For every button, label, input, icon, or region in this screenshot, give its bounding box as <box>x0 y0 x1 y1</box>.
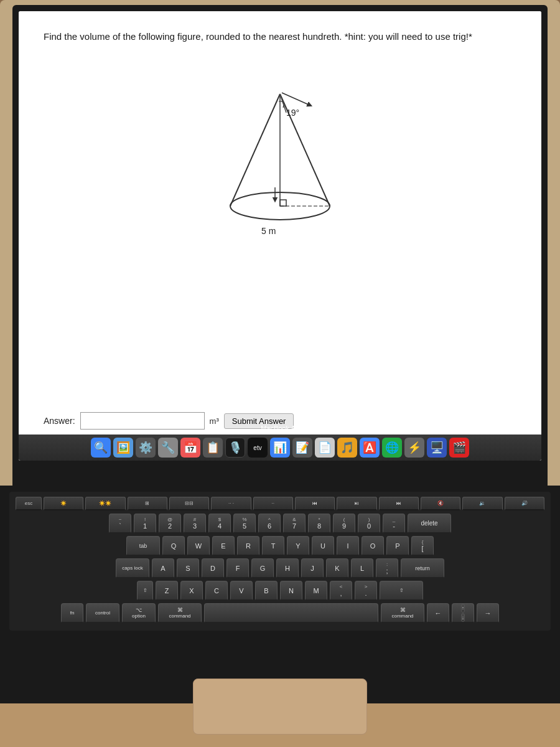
key-n[interactable]: N <box>280 581 302 601</box>
key-e[interactable]: E <box>212 536 235 556</box>
key-0[interactable]: )0 <box>358 514 380 533</box>
key-b[interactable]: B <box>255 581 278 601</box>
asdf-row: caps lock A S D F G H J K L :; return <box>16 558 544 578</box>
key-y[interactable]: Y <box>287 536 309 556</box>
key-bracket-l[interactable]: {[ <box>411 536 434 556</box>
dock-icon16[interactable]: 🖥️ <box>427 438 447 458</box>
number-row: ~` !1 @2 #3 $4 %5 ^6 &7 *8 (9 )0 _- dele… <box>16 514 544 533</box>
dock-icon14[interactable]: 🌐 <box>382 438 402 458</box>
dock-icon12[interactable]: 🎵 <box>337 438 357 458</box>
key-shift-left[interactable]: ⇧ <box>137 581 153 601</box>
key-f6[interactable]: ·· <box>253 497 293 510</box>
dock-tv[interactable]: etv <box>248 438 268 458</box>
key-f[interactable]: F <box>226 558 249 578</box>
key-u[interactable]: U <box>312 536 334 556</box>
key-h[interactable]: H <box>276 558 299 578</box>
key-4[interactable]: $4 <box>208 514 231 533</box>
key-v[interactable]: V <box>230 581 253 601</box>
key-tilde[interactable]: ~` <box>109 514 131 533</box>
key-period[interactable]: >. <box>355 581 377 601</box>
key-l[interactable]: L <box>351 558 373 578</box>
key-f12[interactable]: 🔊 <box>505 497 544 510</box>
key-6[interactable]: ^6 <box>258 514 281 533</box>
key-i[interactable]: I <box>337 536 359 556</box>
key-f10[interactable]: 🔇 <box>421 497 460 510</box>
key-j[interactable]: J <box>301 558 324 578</box>
key-z[interactable]: Z <box>156 581 178 601</box>
dock-icon13[interactable]: 🅰️ <box>360 438 380 458</box>
figure-area: 19° 5 m <box>44 57 516 231</box>
key-tab[interactable]: tab <box>126 536 160 556</box>
screen: Find the volume of the following figure,… <box>19 11 541 461</box>
key-t[interactable]: T <box>262 536 284 556</box>
keyboard-section: esc ☀️ ☀️☀️ ⊞ ⊟⊟ ·· · ·· ⏮ ⏯ ⏭ 🔇 🔉 🔊 ~` … <box>0 486 560 747</box>
key-7[interactable]: &7 <box>283 514 306 533</box>
key-arrow-right[interactable]: → <box>477 603 499 623</box>
key-command-left[interactable]: ⌘command <box>158 603 202 623</box>
answer-input[interactable] <box>80 412 205 430</box>
key-esc[interactable]: esc <box>16 497 42 510</box>
key-a[interactable]: A <box>152 558 174 578</box>
key-caps[interactable]: caps lock <box>116 558 149 578</box>
key-option-left[interactable]: ⌥option <box>122 603 156 623</box>
dock-icon11[interactable]: 📄 <box>315 438 335 458</box>
key-f1[interactable]: ☀️ <box>44 497 83 510</box>
unit-label: m³ <box>210 416 219 426</box>
dock-icon17[interactable]: 🎬 <box>449 438 469 458</box>
key-arrow-down[interactable]: ↓ <box>461 613 465 622</box>
key-command-right[interactable]: ⌘command <box>381 603 424 623</box>
dock-icon10[interactable]: 📝 <box>292 438 312 458</box>
dock-finder[interactable]: 🔍 <box>91 438 111 458</box>
key-x[interactable]: X <box>180 581 203 601</box>
key-d[interactable]: D <box>202 558 224 578</box>
key-arrow-up[interactable]: ↑ <box>461 604 465 613</box>
key-arrow-left[interactable]: ← <box>427 603 449 623</box>
dock-icon3[interactable]: ⚙️ <box>136 438 156 458</box>
key-f5[interactable]: ·· · <box>211 497 251 510</box>
key-f8[interactable]: ⏯ <box>337 497 376 510</box>
key-g[interactable]: G <box>251 558 274 578</box>
key-delete[interactable]: delete <box>408 514 451 533</box>
key-9[interactable]: (9 <box>333 514 355 533</box>
key-1[interactable]: !1 <box>134 514 156 533</box>
dock-icon4[interactable]: 🔧 <box>158 438 178 458</box>
key-fn[interactable]: fn <box>61 603 83 623</box>
key-control[interactable]: control <box>86 603 119 623</box>
key-8[interactable]: *8 <box>308 514 330 533</box>
key-p[interactable]: P <box>386 536 409 556</box>
key-r[interactable]: R <box>237 536 259 556</box>
key-shift-right[interactable]: ⇧ <box>380 581 423 601</box>
dock-icon9[interactable]: 📊 <box>270 438 290 458</box>
dock-icon5[interactable]: 📅 <box>180 438 200 458</box>
key-c[interactable]: C <box>205 581 228 601</box>
key-comma[interactable]: <, <box>330 581 352 601</box>
key-o[interactable]: O <box>362 536 384 556</box>
key-f2[interactable]: ☀️☀️ <box>85 497 125 510</box>
key-return[interactable]: return <box>401 558 444 578</box>
key-5[interactable]: %5 <box>233 514 256 533</box>
key-space[interactable] <box>204 603 378 623</box>
key-f7[interactable]: ⏮ <box>295 497 335 510</box>
screen-bezel: Find the volume of the following figure,… <box>12 5 548 486</box>
laptop-body: Find the volume of the following figure,… <box>0 0 560 486</box>
dock-podcast[interactable]: 🎙️ <box>225 438 245 458</box>
key-q[interactable]: Q <box>162 536 185 556</box>
key-f4[interactable]: ⊟⊟ <box>169 497 209 510</box>
key-f9[interactable]: ⏭ <box>379 497 419 510</box>
key-semicolon[interactable]: :; <box>376 558 398 578</box>
dock-photos[interactable]: 🖼️ <box>113 438 133 458</box>
key-s[interactable]: S <box>177 558 199 578</box>
key-f3[interactable]: ⊞ <box>128 497 167 510</box>
key-w[interactable]: W <box>187 536 210 556</box>
bottom-row: fn control ⌥option ⌘command ⌘command ← ↑… <box>16 603 544 623</box>
dock-icon6[interactable]: 📋 <box>203 438 223 458</box>
dock-icon15[interactable]: ⚡ <box>404 438 424 458</box>
key-m[interactable]: M <box>305 581 327 601</box>
key-2[interactable]: @2 <box>159 514 181 533</box>
answer-label: Answer: <box>44 416 75 426</box>
key-3[interactable]: #3 <box>184 514 206 533</box>
trackpad[interactable] <box>193 679 367 735</box>
key-f11[interactable]: 🔉 <box>462 497 502 510</box>
key-minus[interactable]: _- <box>383 514 405 533</box>
key-k[interactable]: K <box>326 558 348 578</box>
